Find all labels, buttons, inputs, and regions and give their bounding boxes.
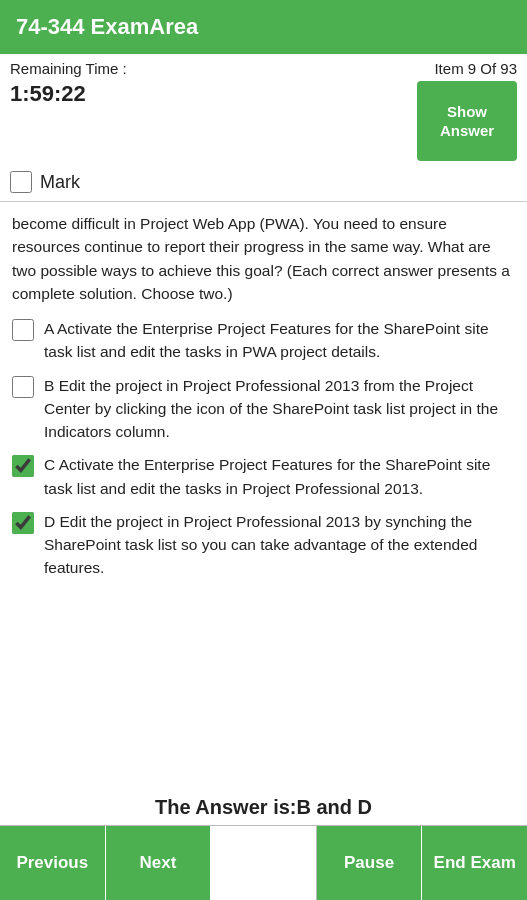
option-checkbox-d[interactable] xyxy=(12,512,34,534)
previous-button[interactable]: Previous xyxy=(0,826,106,900)
option-row-b: B Edit the project in Project Profession… xyxy=(12,374,515,444)
question-text: become difficult in Project Web App (PWA… xyxy=(12,212,515,305)
app-title: 74-344 ExamArea xyxy=(16,14,198,39)
pause-button[interactable]: Pause xyxy=(317,826,423,900)
option-checkbox-b[interactable] xyxy=(12,376,34,398)
nav-spacer xyxy=(211,826,317,900)
show-answer-button[interactable]: Show Answer xyxy=(417,81,517,161)
timer-row: 1:59:22 Show Answer xyxy=(0,77,527,167)
next-button[interactable]: Next xyxy=(106,826,212,900)
answer-section: The Answer is:B and D xyxy=(0,786,527,825)
option-row-a: A Activate the Enterprise Project Featur… xyxy=(12,317,515,364)
bottom-nav: Previous Next Pause End Exam xyxy=(0,825,527,900)
end-exam-button[interactable]: End Exam xyxy=(422,826,527,900)
option-text-a: A Activate the Enterprise Project Featur… xyxy=(44,317,515,364)
mark-checkbox[interactable] xyxy=(10,171,32,193)
item-counter: Item 9 Of 93 xyxy=(434,60,517,77)
option-checkbox-a[interactable] xyxy=(12,319,34,341)
option-text-b: B Edit the project in Project Profession… xyxy=(44,374,515,444)
app-header: 74-344 ExamArea xyxy=(0,0,527,54)
info-bar: Remaining Time : Item 9 Of 93 xyxy=(0,54,527,77)
mark-label[interactable]: Mark xyxy=(40,172,80,193)
timer-value: 1:59:22 xyxy=(10,81,86,107)
mark-row: Mark xyxy=(0,167,527,201)
question-area: become difficult in Project Web App (PWA… xyxy=(0,202,527,786)
answer-text: The Answer is:B and D xyxy=(155,796,372,818)
remaining-time-label: Remaining Time : xyxy=(10,60,127,77)
option-text-d: D Edit the project in Project Profession… xyxy=(44,510,515,580)
option-checkbox-c[interactable] xyxy=(12,455,34,477)
option-row-c: C Activate the Enterprise Project Featur… xyxy=(12,453,515,500)
option-text-c: C Activate the Enterprise Project Featur… xyxy=(44,453,515,500)
option-row-d: D Edit the project in Project Profession… xyxy=(12,510,515,580)
